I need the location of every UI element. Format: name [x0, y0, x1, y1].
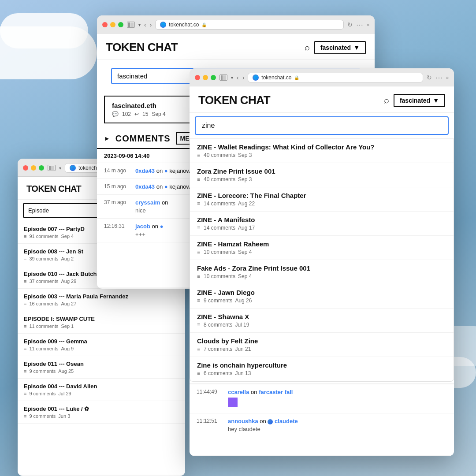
episode-date: Aug 29 — [61, 279, 76, 284]
episode-comments-icon: ≡ — [24, 368, 26, 374]
episode-date: Aug 27 — [61, 301, 76, 306]
search-result-item[interactable]: ZINE - Hamzat Raheem 10 comments Sep 4 — [190, 236, 454, 260]
address-bar-1[interactable]: 🌐 tokenchat.co 🔒 — [248, 73, 423, 82]
sidebar-toggle-3[interactable] — [48, 165, 56, 171]
episode-title: EPISODE I: SWAMP CUTE — [24, 316, 179, 322]
episode-comments: 9 comments — [29, 391, 56, 396]
close-button-3[interactable] — [23, 165, 28, 171]
address-bar-2[interactable]: 🌐 tokenchat.co 🔒 — [155, 20, 344, 30]
search-result-item[interactable]: Clouds by Felt Zine 7 comments Jun 21 — [190, 333, 454, 357]
search-result-item[interactable]: Zine is onchain hyperculture 6 comments … — [190, 357, 454, 381]
result-title: ZINE - Jawn Diego — [197, 289, 446, 296]
result-date: Aug 17 — [238, 225, 255, 231]
episode-comments: 16 comments — [29, 301, 58, 306]
forward-btn-2[interactable]: › — [150, 21, 152, 28]
dropdown-btn-1[interactable]: fascinated ▼ — [394, 94, 445, 107]
replies-icon: ↩ — [134, 111, 139, 117]
result-meta: 10 comments Sep 4 — [197, 273, 446, 279]
comment-author-1[interactable]: 0xda43 — [135, 167, 155, 174]
search-result-item[interactable]: Zora Zine Print Issue 001 40 comments Se… — [190, 163, 454, 187]
result-comments: 9 comments — [204, 298, 232, 304]
episode-comments-icon: ≡ — [24, 234, 26, 239]
comment-author-3[interactable]: cryssaim — [135, 199, 160, 206]
result-comments-icon — [197, 322, 201, 328]
dropdown-label-2: fascinated — [320, 44, 351, 51]
profile-date: Sep 4 — [152, 111, 165, 117]
result-meta: 40 comments Sep 3 — [197, 152, 446, 158]
episode-title: Episode 001 --- Luke / ✿ — [24, 405, 179, 412]
episode-item[interactable]: Episode 011 --- Osean ≡ 9 comments Aug 2… — [18, 356, 185, 379]
episode-comments-icon: ≡ — [24, 256, 26, 261]
episode-item[interactable]: Episode 009 --- Gemma ≡ 11 comments Aug … — [18, 334, 185, 356]
search-result-item[interactable]: ZINE - Wallet Readings: What Kind of Col… — [190, 139, 454, 163]
traffic-lights-1 — [195, 75, 216, 80]
search-result-item[interactable]: ZINE - A Manifesto 14 comments Aug 17 — [190, 212, 454, 236]
svg-rect-4 — [221, 75, 223, 80]
footer-text-2: hey claudete — [228, 426, 298, 432]
search-icon-2[interactable]: ⌕ — [305, 42, 310, 52]
comment-time-4: 12:16:31 — [104, 223, 128, 229]
forward-btn-1[interactable]: › — [242, 74, 245, 81]
expand-icon-2[interactable]: » — [367, 22, 369, 27]
search-result-item[interactable]: Fake Ads - Zora Zine Print Issue 001 10 … — [190, 260, 454, 284]
result-comments-icon — [197, 152, 201, 158]
app-header-1: TOKEN CHAT ⌕ fascinated ▼ — [190, 86, 454, 113]
back-btn-1[interactable]: ‹ — [237, 74, 239, 81]
chevron-down-icon-2: ▾ — [138, 22, 141, 27]
cloud-2 — [0, 13, 88, 48]
result-comments: 40 comments — [204, 176, 235, 182]
maximize-button-1[interactable] — [211, 75, 216, 80]
maximize-button-3[interactable] — [39, 165, 44, 171]
sidebar-toggle-2[interactable] — [127, 22, 135, 28]
url-1: tokenchat.co — [261, 74, 291, 81]
result-meta: 14 comments Aug 22 — [197, 201, 446, 207]
dropdown-btn-2[interactable]: fascinated ▼ — [314, 41, 366, 54]
comment-author-2[interactable]: 0xda43 — [135, 183, 155, 190]
episode-comments: 91 comments — [29, 234, 58, 239]
search-result-item[interactable]: ZINE - Lorecore: The Final Chapter 14 co… — [190, 187, 454, 212]
footer-section: 11:44:49 ccarella on farcaster fall 11:1… — [190, 383, 454, 437]
globe-icon-3: 🌐 — [70, 165, 76, 171]
chevron-down-icon-3: ▾ — [59, 166, 61, 171]
comment-channel-1[interactable]: ● — [164, 167, 168, 174]
w1-search-container — [190, 113, 454, 139]
close-button-2[interactable] — [102, 22, 108, 27]
more-btn-2[interactable]: ⋯ — [356, 21, 363, 29]
comment-channel-4[interactable]: ● — [160, 223, 164, 230]
result-comments: 8 comments — [204, 322, 232, 328]
comment-content-3: cryssaim on nice — [135, 199, 168, 214]
episode-item[interactable]: Episode 003 --- Maria Paula Fernandez ≡ … — [18, 289, 185, 311]
back-btn-2[interactable]: ‹ — [144, 21, 146, 28]
search-result-item[interactable]: ZINE - Shawna X 8 comments Jul 19 — [190, 309, 454, 333]
footer-channel-2[interactable]: claudete — [275, 418, 298, 424]
minimize-button-3[interactable] — [31, 165, 36, 171]
episode-item[interactable]: Episode 001 --- Luke / ✿ ≡ 9 comments Ju… — [18, 401, 185, 424]
footer-author-1[interactable]: ccarella — [228, 389, 249, 395]
close-button-1[interactable] — [195, 75, 200, 80]
maximize-button-2[interactable] — [118, 22, 123, 27]
result-comments-icon — [197, 273, 201, 279]
search-result-item[interactable]: ZINE - Jawn Diego 9 comments Aug 26 — [190, 284, 454, 309]
episode-item[interactable]: EPISODE I: SWAMP CUTE ≡ 11 comments Sep … — [18, 311, 185, 334]
result-comments-icon — [197, 176, 201, 182]
episode-comments: 11 comments — [29, 346, 58, 351]
comment-channel-name-1: kejanow — [169, 167, 190, 174]
minimize-button-1[interactable] — [203, 75, 208, 80]
app-header-2: TOKEN CHAT ⌕ fascinated ▼ — [97, 33, 375, 60]
minimize-button-2[interactable] — [110, 22, 115, 27]
episode-date: Sep 1 — [61, 324, 74, 329]
expand-icon-1[interactable]: » — [446, 75, 449, 80]
comment-channel-2[interactable]: ● — [164, 183, 168, 190]
app-title-2: TOKEN CHAT — [106, 41, 178, 54]
footer-author-2[interactable]: annoushka — [228, 418, 258, 424]
sidebar-toggle-1[interactable] — [219, 74, 227, 81]
more-btn-1[interactable]: ⋯ — [435, 74, 443, 82]
reload-icon-2[interactable]: ↻ — [347, 21, 353, 28]
comment-author-4[interactable]: jacob — [135, 223, 150, 230]
search-input-1[interactable] — [195, 116, 449, 135]
result-date: Jul 19 — [235, 322, 249, 328]
reload-icon-1[interactable]: ↻ — [427, 74, 432, 81]
footer-channel-1[interactable]: farcaster fall — [259, 389, 293, 395]
episode-item[interactable]: Episode 004 --- David Allen ≡ 9 comments… — [18, 379, 185, 401]
search-icon-1[interactable]: ⌕ — [384, 95, 389, 105]
